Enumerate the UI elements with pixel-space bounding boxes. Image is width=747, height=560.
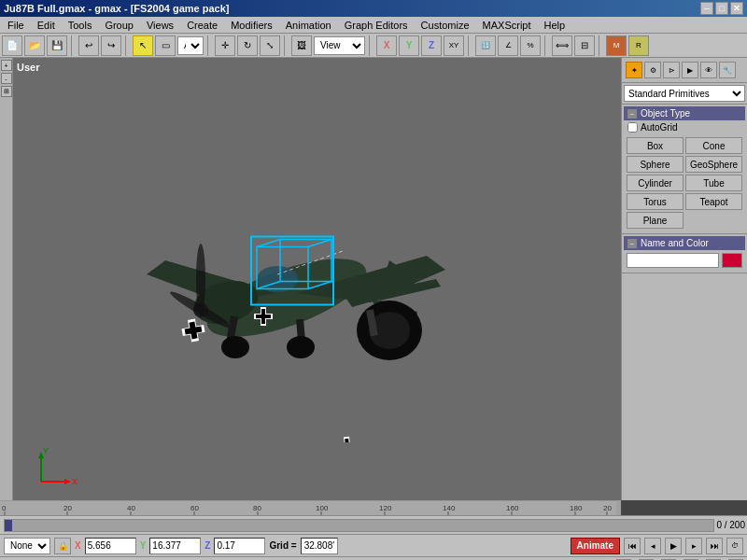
object-type-collapse[interactable]: – bbox=[627, 109, 637, 119]
menu-graph-editors[interactable]: Graph Editors bbox=[339, 18, 414, 33]
material-editor[interactable]: M bbox=[606, 35, 627, 56]
open-button[interactable]: 📂 bbox=[24, 35, 45, 56]
animate-button[interactable]: Animate bbox=[571, 538, 620, 554]
cylinder-button[interactable]: Cylinder bbox=[627, 175, 684, 191]
menu-maxscript[interactable]: MAXScript bbox=[477, 18, 537, 33]
close-button[interactable]: ✕ bbox=[730, 2, 743, 15]
panel-icons: ✦ ⚙ ⊳ ▶ 👁 🔧 bbox=[624, 60, 745, 80]
z-value-field[interactable]: 0.17 bbox=[214, 538, 265, 554]
plane-button[interactable]: Plane bbox=[627, 212, 684, 229]
xyz-y[interactable]: Y bbox=[399, 35, 419, 56]
timeline-track[interactable] bbox=[4, 519, 714, 532]
menu-bar: File Edit Tools Group Views Create Modif… bbox=[0, 17, 747, 34]
new-button[interactable]: 📄 bbox=[2, 35, 22, 56]
menu-modifiers[interactable]: Modifiers bbox=[225, 18, 278, 33]
torus-button[interactable]: Torus bbox=[627, 193, 684, 210]
svg-text:20: 20 bbox=[603, 504, 612, 512]
name-color-collapse[interactable]: – bbox=[627, 239, 637, 248]
scale-button[interactable]: ⤡ bbox=[260, 35, 280, 56]
playback-end-button[interactable]: ⏭ bbox=[706, 538, 723, 554]
viewport[interactable]: User bbox=[13, 58, 621, 500]
airplane-model bbox=[91, 116, 483, 442]
xyz-xy[interactable]: XY bbox=[444, 35, 464, 56]
redo-button[interactable]: ↪ bbox=[101, 35, 121, 56]
selection-filter-dropdown[interactable]: All bbox=[177, 36, 204, 55]
y-value-field[interactable]: 16.377 bbox=[149, 538, 201, 554]
main-layout: + - ⊞ User bbox=[0, 58, 747, 500]
selection-lock-button[interactable]: 🔒 bbox=[54, 538, 71, 554]
select-region-button[interactable]: ▭ bbox=[155, 35, 176, 56]
menu-edit[interactable]: Edit bbox=[32, 18, 61, 33]
save-button[interactable]: 💾 bbox=[47, 35, 67, 56]
menu-group[interactable]: Group bbox=[99, 18, 139, 33]
playback-next-button[interactable]: ▸ bbox=[685, 538, 702, 554]
percent-snap[interactable]: % bbox=[520, 35, 541, 56]
svg-text:X: X bbox=[72, 477, 78, 486]
left-tool-3[interactable]: ⊞ bbox=[1, 86, 12, 97]
selection-mode-dropdown[interactable]: None bbox=[4, 538, 50, 554]
hierarchy-icon[interactable]: ⊳ bbox=[663, 62, 680, 78]
menu-help[interactable]: Help bbox=[539, 18, 571, 33]
modify-icon[interactable]: ⚙ bbox=[644, 62, 661, 78]
title-bar: Ju87B Full.gmax - gmax - [FS2004 game pa… bbox=[0, 0, 747, 17]
xyz-x[interactable]: X bbox=[376, 35, 397, 56]
snap-toggle[interactable]: 🔢 bbox=[475, 35, 496, 56]
create-icon[interactable]: ✦ bbox=[626, 62, 642, 78]
time-config-button[interactable]: ⏱ bbox=[726, 538, 743, 554]
menu-views[interactable]: Views bbox=[141, 18, 179, 33]
playback-prev-button[interactable]: ◂ bbox=[644, 538, 661, 554]
primitives-dropdown[interactable]: Standard Primitives Extended Primitives … bbox=[624, 85, 745, 102]
select-button[interactable]: ↖ bbox=[133, 35, 153, 56]
align-button[interactable]: ⊟ bbox=[574, 35, 595, 56]
svg-text:160: 160 bbox=[506, 504, 519, 512]
move-button[interactable]: ✛ bbox=[215, 35, 235, 56]
svg-marker-39 bbox=[64, 479, 71, 484]
timeline-bar: 0 / 200 bbox=[0, 515, 747, 534]
utilities-icon[interactable]: 🔧 bbox=[719, 62, 736, 78]
rotate-button[interactable]: ↻ bbox=[237, 35, 258, 56]
angle-snap[interactable]: ∠ bbox=[498, 35, 518, 56]
undo-button[interactable]: ↩ bbox=[78, 35, 99, 56]
autogrid-label[interactable]: AutoGrid bbox=[627, 122, 677, 133]
playback-play-button[interactable]: ▶ bbox=[665, 538, 682, 554]
sphere-button[interactable]: Sphere bbox=[627, 156, 684, 173]
menu-customize[interactable]: Customize bbox=[416, 18, 475, 33]
x-label: X bbox=[75, 540, 81, 551]
color-row bbox=[627, 253, 742, 268]
maximize-button[interactable]: □ bbox=[715, 2, 728, 15]
toolbar-sep-1 bbox=[71, 35, 75, 56]
frame-ruler: 0 20 40 60 80 100 120 140 160 180 20 bbox=[0, 500, 621, 515]
render-scene[interactable]: R bbox=[628, 35, 649, 56]
grid-label: Grid = bbox=[269, 540, 296, 551]
motion-icon[interactable]: ▶ bbox=[682, 62, 698, 78]
left-tool-2[interactable]: - bbox=[1, 73, 12, 84]
menu-file[interactable]: File bbox=[2, 18, 30, 33]
viewport-area: + - ⊞ User bbox=[0, 58, 621, 500]
menu-tools[interactable]: Tools bbox=[63, 18, 98, 33]
teapot-button[interactable]: Teapot bbox=[685, 193, 742, 210]
toolbar-sep-4 bbox=[284, 35, 288, 56]
toolbar-sep-3 bbox=[207, 35, 211, 56]
tube-button[interactable]: Tube bbox=[685, 175, 742, 191]
color-swatch[interactable] bbox=[722, 253, 742, 268]
autogrid-checkbox[interactable] bbox=[627, 122, 638, 133]
geosphere-button[interactable]: GeoSphere bbox=[685, 156, 742, 173]
view-dropdown[interactable]: View World Screen bbox=[314, 36, 365, 55]
name-color-header: – Name and Color bbox=[624, 236, 745, 250]
name-color-inputs bbox=[624, 250, 745, 271]
playback-start-button[interactable]: ⏮ bbox=[624, 538, 641, 554]
svg-text:40: 40 bbox=[127, 504, 135, 512]
cone-button[interactable]: Cone bbox=[685, 137, 742, 154]
left-tool-1[interactable]: + bbox=[1, 60, 12, 71]
minimize-button[interactable]: ─ bbox=[700, 2, 713, 15]
menu-create[interactable]: Create bbox=[181, 18, 223, 33]
render-button[interactable]: 🖼 bbox=[291, 35, 312, 56]
box-button[interactable]: Box bbox=[627, 137, 684, 154]
object-type-section: – Object Type AutoGrid Box Cone Sphere G… bbox=[622, 105, 747, 234]
x-value-field[interactable]: 5.656 bbox=[85, 538, 136, 554]
menu-animation[interactable]: Animation bbox=[280, 18, 337, 33]
name-input[interactable] bbox=[627, 253, 719, 268]
xyz-z[interactable]: Z bbox=[421, 35, 442, 56]
mirror-button[interactable]: ⟺ bbox=[552, 35, 572, 56]
display-icon[interactable]: 👁 bbox=[700, 62, 717, 78]
